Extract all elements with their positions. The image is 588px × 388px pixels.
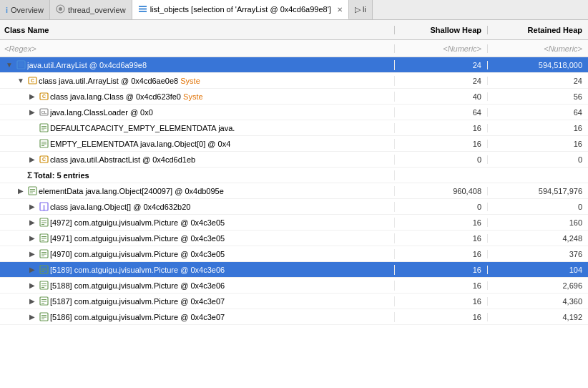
cell-shallow: 24 [395,61,488,69]
tab-close-button[interactable]: ✕ [337,6,343,14]
expand-button[interactable]: ▶ [27,281,37,291]
cell-shallow: 16 [395,313,488,321]
expand-button[interactable]: ▶ [27,107,37,117]
node-icon: C [39,92,49,102]
svg-text:C: C [41,94,45,99]
cell-retained: 594,518,000 [488,61,588,69]
table-row[interactable]: ▶ []class java.lang.Object[] @ 0x4cd632b… [0,199,588,215]
cell-classname: ▶ []class java.lang.Object[] @ 0x4cd632b… [0,202,395,212]
retained-filter-label: <Numeric> [544,44,582,53]
table-row[interactable]: ▶ [4970] com.atguigu.jvisualvm.Picture @… [0,246,588,262]
tab-thread-overview[interactable]: thread_overview [50,0,132,19]
table-row[interactable]: ▼ java.util.ArrayList @ 0x4cd6a99e8 24 5… [0,57,588,73]
cell-shallow: 24 [395,77,488,85]
expand-button[interactable]: ▶ [16,186,26,196]
col-header-classname[interactable]: Class Name [0,26,395,34]
cell-classname: DEFAULTCAPACITY_EMPTY_ELEMENTDATA java. [0,123,395,133]
expand-button[interactable]: ▶ [27,233,37,243]
cell-retained: 4,360 [488,297,588,306]
expand-button[interactable]: ▶ [27,202,37,212]
expand-button[interactable]: ▶ [27,249,37,259]
expand-button[interactable]: ▶ [27,155,37,165]
cell-retained: 56 [488,92,588,101]
column-headers: Class Name Shallow Heap Retained Heap [0,20,588,40]
node-icon [39,312,49,322]
table-row[interactable]: EMPTY_ELEMENTDATA java.lang.Object[0] @ … [0,136,588,152]
table-row[interactable]: ▶ [4971] com.atguigu.jvisualvm.Picture @… [0,231,588,246]
expand-button[interactable]: ▶ [27,296,37,306]
tab-overview[interactable]: i Overview [0,0,50,19]
cell-retained: 16 [488,124,588,132]
node-label: DEFAULTCAPACITY_EMPTY_ELEMENTDATA java. [50,124,235,132]
node-icon [39,296,49,306]
svg-point-1 [59,7,62,11]
node-icon [39,139,49,149]
node-label: EMPTY_ELEMENTDATA java.lang.Object[0] @ … [50,140,230,148]
col-header-retained[interactable]: Retained Heap [488,26,588,34]
node-label: [5188] com.atguigu.jvisualvm.Picture @ 0… [50,281,225,290]
cell-shallow: 40 [395,92,488,101]
tab-bar: i Overview thread_overview list_objects … [0,0,588,20]
node-icon: CL [39,107,49,117]
regex-filter-label: <Regex> [4,44,36,53]
cell-retained: 0 [488,203,588,211]
node-label: class java.lang.Object[] @ 0x4cd632b20 [50,203,190,211]
table-row[interactable]: ▶ CL java.lang.ClassLoader @ 0x0 64 64 [0,105,588,120]
table-row[interactable]: ▶ C class java.util.AbstractList @ 0x4cd… [0,152,588,168]
node-icon: C [39,155,49,165]
cell-classname: ▼ java.util.ArrayList @ 0x4cd6a99e8 [0,60,395,70]
info-icon: i [6,6,8,14]
node-label: java.util.ArrayList @ 0x4cd6a99e8 [27,61,147,69]
cell-classname: ▶ C class java.util.AbstractList @ 0x4cd… [0,155,395,165]
cell-classname: ▶ CL java.lang.ClassLoader @ 0x0 [0,107,395,117]
cell-shallow: 0 [395,203,488,211]
cell-shallow: 64 [395,108,488,117]
node-icon [27,186,37,196]
table-row[interactable]: ΣTotal: 5 entries [0,168,588,183]
cell-classname: EMPTY_ELEMENTDATA java.lang.Object[0] @ … [0,139,395,149]
cell-retained: 2,696 [488,281,588,290]
retained-header-label: Retained Heap [528,26,582,34]
node-label: class java.util.AbstractList @ 0x4cd6d1e… [50,155,195,164]
list-icon [138,4,147,15]
expand-button[interactable]: ▶ [27,265,37,275]
expand-button[interactable]: ▶ [27,312,37,322]
table-row[interactable]: ▶ elementData java.lang.Object[240097] @… [0,183,588,199]
table-row[interactable]: DEFAULTCAPACITY_EMPTY_ELEMENTDATA java. … [0,120,588,136]
cell-retained: 0 [488,155,588,164]
filter-class-input[interactable]: <Regex> [0,44,395,53]
collapse-button[interactable]: ▼ [16,76,26,86]
cell-shallow: 0 [395,155,488,164]
table-row[interactable]: ▶ [5187] com.atguigu.jvisualvm.Picture @… [0,294,588,309]
collapse-button[interactable]: ▼ [4,60,14,70]
cell-classname: ▶ [4971] com.atguigu.jvisualvm.Picture @… [0,233,395,243]
tab-more[interactable]: ▷ li [349,0,373,19]
table-row[interactable]: ▶ C class java.lang.Class @ 0x4cd623fe0 … [0,89,588,105]
filter-retained-input[interactable]: <Numeric> [488,44,588,53]
node-icon [39,281,49,291]
cell-shallow: 16 [395,297,488,306]
cell-retained: 24 [488,77,588,85]
svg-text:CL: CL [41,110,46,115]
cell-shallow: 960,408 [395,187,488,195]
cell-retained: 16 [488,140,588,148]
cell-retained: 594,517,976 [488,187,588,195]
svg-rect-2 [139,6,147,7]
cell-retained: 4,192 [488,313,588,321]
node-icon: C [27,76,37,86]
node-label: [5189] com.atguigu.jvisualvm.Picture @ 0… [50,266,225,274]
table-row[interactable]: ▶ [5188] com.atguigu.jvisualvm.Picture @… [0,278,588,294]
cell-retained: 64 [488,108,588,117]
table-row[interactable]: ▼ C class java.util.ArrayList @ 0x4cd6ae… [0,73,588,89]
cell-retained: 4,248 [488,234,588,243]
col-header-shallow[interactable]: Shallow Heap [395,26,488,34]
table-row[interactable]: ▶ [5189] com.atguigu.jvisualvm.Picture @… [0,262,588,278]
table-row[interactable]: ▶ [4972] com.atguigu.jvisualvm.Picture @… [0,215,588,231]
tab-list-objects[interactable]: list_objects [selection of 'ArrayList @ … [132,0,349,19]
expand-button[interactable]: ▶ [27,218,37,228]
total-label: Total: 5 entries [34,171,89,180]
filter-shallow-input[interactable]: <Numeric> [395,44,488,53]
cell-retained: 160 [488,218,588,227]
table-row[interactable]: ▶ [5186] com.atguigu.jvisualvm.Picture @… [0,309,588,325]
expand-button[interactable]: ▶ [27,92,37,102]
